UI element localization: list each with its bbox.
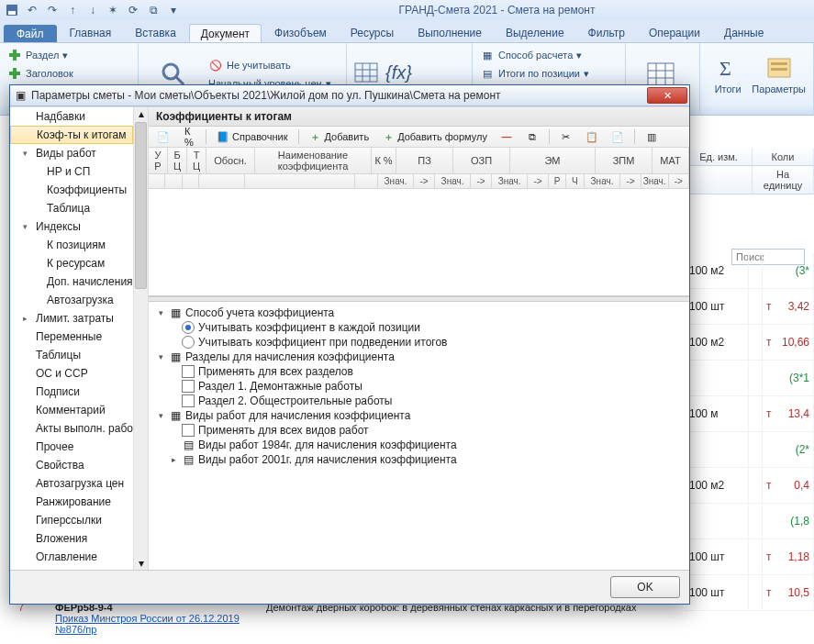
coef-grid: У Р Б Ц Т Ц Обосн. Наименование коэффици… [149, 148, 689, 296]
nav-item[interactable]: Таблица [10, 199, 133, 217]
coef-tree[interactable]: ▾▦Способ учета коэффициента Учитывать ко… [149, 302, 689, 570]
nav-item[interactable]: Таблицы [10, 346, 133, 364]
nav-item[interactable]: Ранжирование [10, 493, 133, 511]
dialog-title-text: Параметры сметы - Мои сметы\Объекты 2021… [31, 89, 501, 102]
col-zpm: ЗПМ [596, 148, 652, 174]
checkbox[interactable] [182, 424, 195, 437]
add-formula-button[interactable]: ＋Добавить формулу [377, 128, 492, 145]
nav-item[interactable]: Гиперссылки [10, 511, 133, 529]
dialog-titlebar[interactable]: ▣Параметры сметы - Мои сметы\Объекты 202… [10, 85, 689, 106]
nav-item[interactable]: К позициям [10, 236, 133, 254]
nav-item[interactable]: ОС и ССР [10, 364, 133, 383]
nav-item[interactable]: ▾Индексы [10, 217, 133, 236]
nav-item[interactable]: Оглавление [10, 548, 133, 566]
copy2-icon[interactable]: ⧉ [521, 128, 543, 145]
nav-item[interactable]: Свойства [10, 456, 133, 474]
col-obosn: Обосн. [206, 148, 255, 174]
radio-on[interactable] [182, 321, 195, 334]
nav-item[interactable]: Коэффициенты [10, 181, 133, 199]
nav-item[interactable]: Комментарий [10, 401, 133, 419]
tree-opt-on-totals[interactable]: Учитывать коэффициент при подведении ито… [198, 336, 447, 349]
tree-group2: Разделы для начисления коэффициента [185, 350, 395, 363]
col-em: ЭМ [510, 148, 596, 174]
nav-item[interactable]: ▾Виды работ [10, 144, 133, 162]
nav-item[interactable]: Автозагрузка [10, 291, 133, 309]
nav-item[interactable]: Подписи [10, 383, 133, 401]
nav-item[interactable]: ▸Лимит. затраты [10, 309, 133, 328]
nav-item[interactable]: Безопасность [10, 566, 133, 570]
col-ur: У Р [149, 148, 168, 174]
nav-item[interactable]: Автозагрузка цен [10, 474, 133, 493]
extra-icon[interactable]: ▥ [641, 128, 663, 145]
nav-item[interactable]: Доп. начисления [10, 272, 133, 291]
nav-item[interactable]: Вложения [10, 529, 133, 548]
nav-item[interactable]: Прочее [10, 438, 133, 456]
percent-icon[interactable]: К% [178, 128, 200, 145]
col-pz: ПЗ [396, 148, 453, 174]
checkbox[interactable] [182, 365, 195, 378]
paste-icon[interactable]: 📄 [607, 128, 629, 145]
panel-header: Коэффициенты к итогам [149, 107, 689, 127]
tree-section1[interactable]: Раздел 1. Демонтажные работы [198, 380, 362, 393]
nav-scrollbar[interactable]: ▴▾ [133, 107, 148, 570]
nav-item[interactable]: Переменные [10, 328, 133, 346]
tree-opt-each-position[interactable]: Учитывать коэффициент в каждой позиции [198, 321, 420, 334]
parameters-dialog: ▣Параметры сметы - Мои сметы\Объекты 202… [9, 84, 690, 605]
close-button[interactable]: ✕ [647, 87, 687, 104]
col-mat: МАТ [652, 148, 689, 174]
collapse-icon[interactable]: ▾ [156, 411, 165, 420]
col-bc: Б Ц [168, 148, 187, 174]
col-ozp: ОЗП [453, 148, 510, 174]
tree-group3: Виды работ для начисления коэффициента [185, 409, 410, 422]
tree-all-work-types[interactable]: Применять для всех видов работ [198, 424, 369, 437]
expand-icon[interactable]: ▾ [23, 149, 28, 158]
checkbox[interactable] [182, 394, 195, 407]
folder-icon: ▦ [169, 306, 182, 319]
radio-off[interactable] [182, 336, 195, 349]
expand-icon[interactable]: ▸ [169, 455, 178, 464]
folder-icon: ▦ [169, 409, 182, 422]
nav-panel: НадбавкиКоэф-ты к итогам▾Виды работНР и … [10, 107, 149, 570]
dialog-overlay: ▣Параметры сметы - Мои сметы\Объекты 202… [0, 0, 814, 644]
dialog-footer: OK [10, 570, 689, 604]
coef-toolbar: 📄 К% 📘Справочник ＋Добавить ＋Добавить фор… [149, 127, 689, 148]
tree-1984[interactable]: Виды работ 1984г. для начисления коэффиц… [198, 439, 457, 451]
reference-button[interactable]: 📘Справочник [212, 128, 293, 145]
cut-icon[interactable]: ✂ [555, 128, 577, 145]
tree-2001[interactable]: Виды работ 2001г. для начисления коэффиц… [198, 453, 457, 466]
checkbox[interactable] [182, 380, 195, 393]
coef-grid-body[interactable] [149, 189, 689, 295]
nav-item[interactable]: К ресурсам [10, 254, 133, 272]
list-icon: ▤ [182, 439, 195, 451]
col-naim: Наименование коэффициента [255, 148, 372, 174]
collapse-icon[interactable]: ▾ [156, 352, 165, 361]
expand-icon[interactable]: ▸ [23, 314, 28, 323]
folder-icon: ▦ [169, 350, 182, 363]
nav-list[interactable]: НадбавкиКоэф-ты к итогам▾Виды работНР и … [10, 107, 133, 570]
col-k: К % [372, 148, 396, 174]
ok-button[interactable]: OK [610, 576, 680, 598]
expand-icon[interactable]: ▾ [23, 222, 28, 231]
tree-all-sections[interactable]: Применять для всех разделов [198, 365, 353, 378]
nav-item[interactable]: НР и СП [10, 162, 133, 181]
remove-icon[interactable]: — [496, 128, 518, 145]
collapse-icon[interactable]: ▾ [156, 308, 165, 317]
tree-section2[interactable]: Раздел 2. Общестроительные работы [198, 394, 392, 407]
list-icon: ▤ [182, 453, 195, 466]
dialog-icon: ▣ [16, 89, 26, 102]
nav-item[interactable]: Надбавки [10, 107, 133, 126]
add-button[interactable]: ＋Добавить [305, 128, 374, 145]
tree-group1: Способ учета коэффициента [185, 306, 334, 319]
nav-item[interactable]: Коэф-ты к итогам [10, 126, 133, 144]
col-tc: Т Ц [187, 148, 206, 174]
copy3-icon[interactable]: 📋 [581, 128, 603, 145]
nav-item[interactable]: Акты выполн. работ [10, 419, 133, 438]
copy-icon[interactable]: 📄 [152, 128, 174, 145]
